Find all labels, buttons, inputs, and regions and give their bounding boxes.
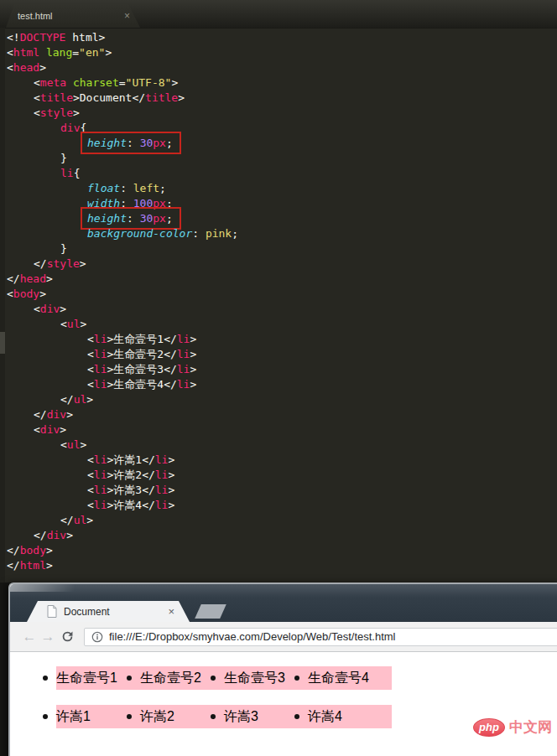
- code-token: div: [40, 423, 60, 436]
- code-token: pink: [206, 227, 232, 240]
- code-token: }: [60, 242, 67, 255]
- list-item-text: 生命壹号2: [140, 670, 201, 687]
- code-token: <: [34, 303, 40, 315]
- code-token: style: [40, 106, 73, 119]
- code-token: >: [80, 318, 86, 330]
- code-token: :: [120, 182, 133, 194]
- code-token: ul: [74, 514, 87, 526]
- code-token: >: [46, 272, 53, 285]
- editor-tab-bar: test.html ×: [0, 0, 557, 28]
- list-item-text: 生命壹号1: [56, 670, 117, 687]
- code-line: height: 30px;: [7, 211, 557, 226]
- code-token: li: [177, 363, 190, 375]
- code-token: float: [87, 182, 120, 194]
- code-token: >: [86, 514, 93, 526]
- code-line: </style>: [7, 256, 557, 272]
- code-token: >: [171, 76, 178, 89]
- code-token: <: [34, 76, 40, 89]
- code-token: div: [47, 529, 66, 541]
- code-token: >生命壹号4</: [107, 378, 176, 391]
- editor-tab-filename: test.html: [18, 11, 124, 21]
- code-line: <li>许嵩3</li>: [7, 483, 557, 498]
- code-line: </body>: [7, 543, 557, 558]
- code-line: <li>生命壹号3</li>: [7, 362, 557, 377]
- code-token: >: [190, 363, 196, 375]
- code-line: float: left;: [7, 181, 557, 196]
- code-token: body: [13, 287, 39, 300]
- code-token: li: [94, 469, 107, 481]
- code-token: >生命壹号1</: [107, 333, 176, 345]
- back-icon[interactable]: ←: [20, 629, 39, 644]
- code-token: >Document</: [73, 91, 145, 104]
- code-token: lang: [39, 46, 72, 59]
- code-token: li: [155, 499, 169, 511]
- editor-gutter: [0, 28, 5, 583]
- close-icon[interactable]: ×: [168, 606, 174, 617]
- code-token: >许嵩2</: [107, 469, 154, 481]
- browser-tab-title: Document: [64, 606, 168, 618]
- code-token: </: [7, 544, 20, 557]
- code-line: <meta charset="UTF-8">: [7, 75, 557, 91]
- code-token: ul: [67, 318, 81, 330]
- bullet-icon: [294, 714, 299, 719]
- page-icon: [47, 605, 57, 618]
- code-token: html: [13, 46, 39, 59]
- code-token: </: [34, 529, 47, 541]
- code-token: >: [105, 46, 112, 59]
- code-token: background-color: [87, 227, 192, 240]
- code-token: px: [153, 212, 166, 225]
- code-token: li: [94, 348, 107, 360]
- code-line: <title>Document</title>: [7, 91, 557, 106]
- code-token: style: [47, 257, 80, 270]
- info-icon: [91, 631, 103, 643]
- code-token: title: [40, 91, 73, 104]
- code-token: >: [168, 469, 174, 481]
- code-token: li: [94, 333, 107, 345]
- code-token: >: [86, 393, 93, 406]
- code-token: li: [94, 453, 107, 466]
- forward-icon[interactable]: →: [39, 629, 57, 644]
- code-token: li: [94, 499, 107, 511]
- watermark-label: 中文网: [509, 717, 552, 737]
- code-token: >: [190, 348, 196, 360]
- code-line: </div>: [7, 407, 557, 422]
- bullet-icon: [294, 676, 299, 681]
- editor-tab-test-html[interactable]: test.html ×: [6, 4, 140, 28]
- code-token: <: [87, 484, 94, 496]
- code-token: <: [34, 91, 40, 104]
- code-token: >生命壹号2</: [107, 348, 176, 360]
- code-token: 30: [140, 212, 154, 225]
- code-token: <: [7, 287, 13, 300]
- code-token: >: [66, 529, 73, 541]
- list-item: 生命壹号4: [308, 666, 392, 690]
- code-token: :: [127, 212, 140, 225]
- code-token: >: [168, 484, 174, 496]
- code-line: <ul>: [7, 438, 557, 453]
- code-token: >: [46, 544, 53, 557]
- highlight-box: height: 30px;: [81, 132, 181, 154]
- code-token: left: [133, 182, 159, 194]
- code-line: <style>: [7, 106, 557, 121]
- watermark: php 中文网: [473, 717, 552, 737]
- code-line: <html lang="en">: [7, 45, 557, 60]
- code-token: </: [7, 559, 20, 572]
- list-item-text: 生命壹号3: [224, 670, 285, 687]
- gutter-marker: [0, 332, 5, 354]
- code-token: meta: [40, 76, 66, 89]
- code-line: </html>: [7, 558, 557, 573]
- code-token: >: [39, 287, 46, 300]
- code-area: <!DOCTYPE html><html lang="en"><head><me…: [0, 28, 557, 583]
- code-line: <li>生命壹号1</li>: [7, 332, 557, 347]
- code-line: </ul>: [7, 392, 557, 407]
- reload-icon[interactable]: [57, 629, 77, 644]
- code-token: div: [40, 303, 60, 315]
- code-line: height: 30px;: [7, 136, 557, 151]
- code-token: <: [34, 423, 40, 436]
- address-bar[interactable]: file:///E:/Dropbox/smyhvae.com/Develop/W…: [84, 628, 557, 646]
- list-item-text: 许嵩3: [224, 708, 258, 726]
- browser-tab-document[interactable]: Document ×: [27, 601, 190, 622]
- close-icon[interactable]: ×: [124, 11, 130, 21]
- code-line: <li>许嵩1</li>: [7, 453, 557, 468]
- code-line: <li>生命壹号2</li>: [7, 347, 557, 362]
- new-tab-button[interactable]: [195, 604, 226, 619]
